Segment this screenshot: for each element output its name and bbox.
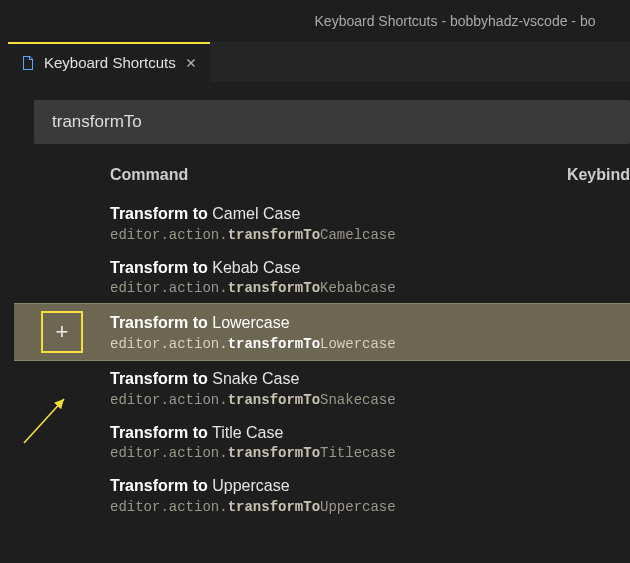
tabstrip-gutter bbox=[0, 42, 8, 82]
row-body: Transform to Lowercaseeditor.action.tran… bbox=[110, 312, 630, 352]
row-body: Transform to Uppercaseeditor.action.tran… bbox=[110, 475, 630, 515]
command-id: editor.action.transformToUppercase bbox=[110, 499, 630, 515]
command-id: editor.action.transformToCamelcase bbox=[110, 227, 630, 243]
shortcuts-page: Command Keybind Transform to Camel Casee… bbox=[0, 82, 630, 522]
command-label: Transform to Kebab Case bbox=[110, 257, 630, 279]
window-titlebar: Keyboard Shortcuts - bobbyhadz-vscode - … bbox=[0, 0, 630, 42]
shortcut-row[interactable]: Transform to Snake Caseeditor.action.tra… bbox=[0, 361, 630, 415]
shortcut-list: Transform to Camel Caseeditor.action.tra… bbox=[0, 196, 630, 522]
shortcut-row[interactable]: Transform to Uppercaseeditor.action.tran… bbox=[0, 468, 630, 522]
close-icon[interactable] bbox=[184, 56, 198, 70]
column-headers: Command Keybind bbox=[0, 144, 630, 196]
column-header-keybinding[interactable]: Keybind bbox=[567, 166, 630, 184]
command-id: editor.action.transformToKebabcase bbox=[110, 280, 630, 296]
row-gutter: + bbox=[14, 311, 110, 353]
window-title: Keyboard Shortcuts - bobbyhadz-vscode - … bbox=[315, 13, 596, 29]
column-header-command[interactable]: Command bbox=[110, 166, 567, 184]
search-wrap bbox=[34, 100, 630, 144]
editor-tabstrip: Keyboard Shortcuts bbox=[0, 42, 630, 82]
command-label: Transform to Lowercase bbox=[110, 312, 630, 334]
command-id: editor.action.transformToLowercase bbox=[110, 336, 630, 352]
add-keybinding-button[interactable]: + bbox=[41, 311, 83, 353]
shortcut-row[interactable]: +Transform to Lowercaseeditor.action.tra… bbox=[14, 303, 630, 361]
search-input[interactable] bbox=[34, 100, 630, 144]
shortcut-row[interactable]: Transform to Title Caseeditor.action.tra… bbox=[0, 415, 630, 469]
row-body: Transform to Camel Caseeditor.action.tra… bbox=[110, 203, 630, 243]
command-label: Transform to Title Case bbox=[110, 422, 630, 444]
row-body: Transform to Title Caseeditor.action.tra… bbox=[110, 422, 630, 462]
command-id: editor.action.transformToSnakecase bbox=[110, 392, 630, 408]
file-icon bbox=[20, 55, 36, 71]
row-body: Transform to Kebab Caseeditor.action.tra… bbox=[110, 257, 630, 297]
shortcut-row[interactable]: Transform to Camel Caseeditor.action.tra… bbox=[0, 196, 630, 250]
command-label: Transform to Camel Case bbox=[110, 203, 630, 225]
row-body: Transform to Snake Caseeditor.action.tra… bbox=[110, 368, 630, 408]
command-label: Transform to Snake Case bbox=[110, 368, 630, 390]
tab-label: Keyboard Shortcuts bbox=[44, 54, 176, 71]
shortcut-row[interactable]: Transform to Kebab Caseeditor.action.tra… bbox=[0, 250, 630, 304]
command-label: Transform to Uppercase bbox=[110, 475, 630, 497]
tab-keyboard-shortcuts[interactable]: Keyboard Shortcuts bbox=[8, 42, 210, 82]
command-id: editor.action.transformToTitlecase bbox=[110, 445, 630, 461]
